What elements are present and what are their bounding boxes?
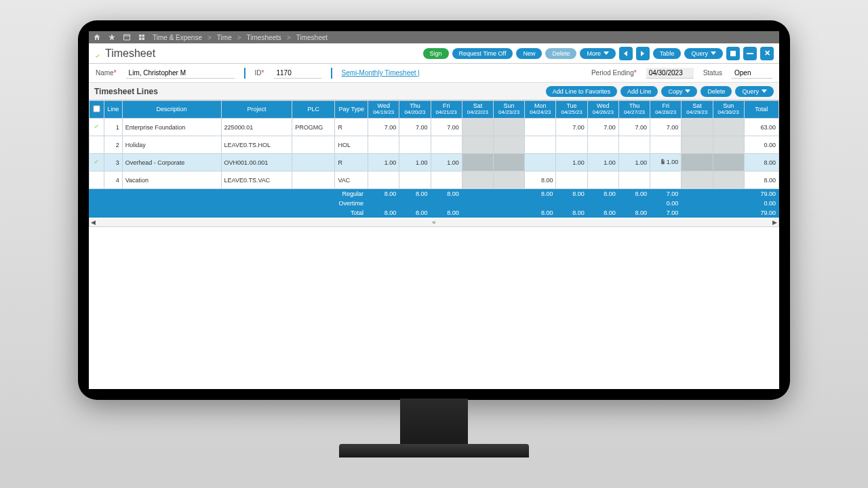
cell-plc[interactable] bbox=[292, 136, 335, 154]
cell-hours[interactable] bbox=[618, 171, 650, 189]
cell-hours[interactable] bbox=[431, 136, 462, 154]
cell-hours[interactable] bbox=[462, 171, 493, 189]
cell-hours[interactable]: 1.00 bbox=[618, 154, 650, 171]
query-line-button[interactable]: Query bbox=[735, 86, 774, 97]
cell-description[interactable]: Enterprise Foundation bbox=[122, 119, 221, 136]
next-record-button[interactable] bbox=[636, 47, 650, 60]
col-day[interactable]: Sun04/30/23 bbox=[713, 101, 744, 119]
col-day[interactable]: Mon04/24/23 bbox=[525, 101, 556, 119]
cell-hours[interactable]: 7.00 bbox=[399, 119, 431, 136]
cell-hours[interactable] bbox=[525, 154, 556, 171]
cell-hours[interactable] bbox=[462, 119, 493, 136]
home-icon[interactable] bbox=[93, 33, 101, 41]
cell-hours[interactable]: 7.00 bbox=[618, 119, 650, 136]
cell-hours[interactable]: 7.00 bbox=[556, 119, 587, 136]
cell-hours[interactable]: 7.00 bbox=[587, 119, 618, 136]
cell-hours[interactable] bbox=[494, 171, 525, 189]
new-button[interactable]: New bbox=[516, 48, 542, 59]
cell-hours[interactable] bbox=[399, 136, 431, 154]
copy-line-button[interactable]: Copy bbox=[661, 86, 697, 97]
cell-hours[interactable] bbox=[650, 171, 682, 189]
close-button[interactable]: ✕ bbox=[760, 47, 774, 60]
cell-hours[interactable] bbox=[650, 136, 682, 154]
cell-hours[interactable] bbox=[556, 136, 587, 154]
cell-hours[interactable] bbox=[462, 136, 493, 154]
cell-description[interactable]: Vacation bbox=[122, 171, 221, 189]
col-day[interactable]: Sun04/23/23 bbox=[494, 101, 525, 119]
cell-hours[interactable]: 1.00 bbox=[399, 154, 431, 171]
minimize-button[interactable] bbox=[743, 47, 757, 60]
table-row[interactable]: 2HolidayLEAVE0.TS.HOLHOL0.00 bbox=[90, 136, 779, 154]
delete-line-button[interactable]: Delete bbox=[701, 86, 732, 97]
sign-button[interactable]: Sign bbox=[423, 48, 449, 59]
col-day[interactable]: Thu04/27/23 bbox=[618, 101, 650, 119]
maximize-button[interactable] bbox=[726, 47, 740, 60]
crumb-0[interactable]: Time & Expense bbox=[153, 34, 202, 41]
cell-hours[interactable] bbox=[525, 119, 556, 136]
scroll-right-icon[interactable]: ▶ bbox=[772, 219, 777, 226]
cell-pay-type[interactable]: VAC bbox=[335, 171, 368, 189]
star-icon[interactable] bbox=[108, 33, 116, 41]
cell-hours[interactable] bbox=[368, 136, 399, 154]
cell-hours[interactable] bbox=[682, 154, 713, 171]
cell-pay-type[interactable]: R bbox=[335, 119, 368, 136]
cell-hours[interactable] bbox=[556, 171, 587, 189]
col-day[interactable]: Wed04/26/23 bbox=[587, 101, 618, 119]
crumb-1[interactable]: Time bbox=[217, 34, 232, 41]
cell-hours[interactable] bbox=[682, 171, 713, 189]
col-day[interactable]: Sat04/29/23 bbox=[682, 101, 713, 119]
cell-hours[interactable] bbox=[399, 171, 431, 189]
cell-plc[interactable] bbox=[292, 171, 335, 189]
col-line[interactable]: Line bbox=[104, 101, 122, 119]
row-check[interactable] bbox=[90, 136, 104, 154]
cell-description[interactable]: Holiday bbox=[122, 136, 221, 154]
crumb-2[interactable]: Timesheets bbox=[247, 34, 281, 41]
status-field[interactable] bbox=[732, 68, 772, 79]
col-description[interactable]: Description bbox=[122, 101, 221, 119]
col-total[interactable]: Total bbox=[744, 101, 778, 119]
cell-project[interactable]: 225000.01 bbox=[221, 119, 292, 136]
cell-hours[interactable] bbox=[462, 154, 493, 171]
col-day[interactable]: Fri04/21/23 bbox=[431, 101, 462, 119]
cell-hours[interactable]: 7.00 bbox=[368, 119, 399, 136]
cell-hours[interactable] bbox=[682, 136, 713, 154]
add-line-favorite-button[interactable]: Add Line to Favorites bbox=[546, 86, 617, 97]
period-ending-field[interactable] bbox=[646, 68, 694, 79]
cell-hours[interactable]: 1.00 bbox=[368, 154, 399, 171]
cell-pay-type[interactable]: HOL bbox=[335, 136, 368, 154]
table-row[interactable]: 1Enterprise Foundation225000.01PROGMGR7.… bbox=[90, 119, 779, 136]
cell-hours[interactable] bbox=[618, 136, 650, 154]
cell-hours[interactable] bbox=[713, 119, 744, 136]
scroll-thumb[interactable]: « bbox=[432, 219, 435, 226]
select-all-checkbox[interactable] bbox=[93, 105, 100, 112]
scroll-left-icon[interactable]: ◀ bbox=[91, 219, 96, 226]
id-field[interactable] bbox=[274, 68, 321, 79]
crumb-3[interactable]: Timesheet bbox=[296, 34, 328, 41]
col-day[interactable]: Wed04/19/23 bbox=[368, 101, 399, 119]
table-row[interactable]: 3Overhead - CorporateOVH001.00.001R1.001… bbox=[90, 154, 779, 171]
cell-hours[interactable] bbox=[494, 119, 525, 136]
cell-pay-type[interactable]: R bbox=[335, 154, 368, 171]
col-day[interactable]: Sat04/22/23 bbox=[462, 101, 493, 119]
cell-description[interactable]: Overhead - Corporate bbox=[122, 154, 221, 171]
cell-hours[interactable]: 1.00 bbox=[650, 154, 682, 171]
col-day[interactable]: Thu04/20/23 bbox=[399, 101, 431, 119]
cell-hours[interactable]: 1.00 bbox=[431, 154, 462, 171]
cell-hours[interactable] bbox=[713, 136, 744, 154]
cell-hours[interactable] bbox=[587, 171, 618, 189]
request-time-off-button[interactable]: Request Time Off bbox=[452, 48, 513, 59]
window-icon[interactable] bbox=[123, 33, 131, 41]
cell-hours[interactable]: 7.00 bbox=[650, 119, 682, 136]
row-check[interactable] bbox=[90, 154, 104, 171]
timesheet-type-link[interactable]: Semi-Monthly Timesheet | bbox=[342, 69, 420, 77]
cell-hours[interactable] bbox=[587, 136, 618, 154]
cell-project[interactable]: LEAVE0.TS.HOL bbox=[221, 136, 292, 154]
col-select-all[interactable] bbox=[90, 101, 104, 119]
cell-hours[interactable]: 8.00 bbox=[525, 171, 556, 189]
delete-button[interactable]: Delete bbox=[545, 48, 576, 59]
col-day[interactable]: Tue04/25/23 bbox=[556, 101, 587, 119]
query-button[interactable]: Query bbox=[684, 48, 723, 59]
cell-hours[interactable] bbox=[494, 154, 525, 171]
col-plc[interactable]: PLC bbox=[292, 101, 335, 119]
col-project[interactable]: Project bbox=[221, 101, 292, 119]
